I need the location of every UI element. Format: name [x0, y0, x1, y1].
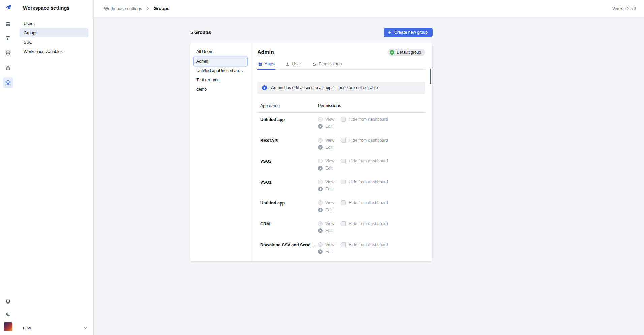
edit-radio[interactable]: Edit — [318, 187, 341, 191]
group-detail: Admin Default group — [251, 43, 432, 261]
view-radio[interactable]: View — [318, 138, 341, 143]
hide-from-dashboard-checkbox[interactable]: Hide from dashboard — [341, 180, 388, 184]
edit-label: Edit — [325, 249, 333, 254]
hide-from-dashboard-checkbox[interactable]: Hide from dashboard — [341, 117, 388, 122]
plus-icon — [388, 30, 392, 34]
view-radio[interactable]: View — [318, 180, 341, 184]
info-banner: i Admin has edit access to all apps. The… — [257, 82, 425, 94]
group-list-item[interactable]: Admin — [194, 57, 247, 66]
app-permission-row: Untitled appViewHide from dashboardEdit — [257, 113, 425, 134]
user-avatar[interactable] — [4, 322, 12, 331]
chevron-down-icon — [83, 326, 88, 330]
radio-icon — [318, 208, 323, 212]
group-list-item[interactable]: All Users — [194, 47, 247, 56]
hide-from-dashboard-checkbox[interactable]: Hide from dashboard — [341, 159, 388, 163]
notifications-bell-icon[interactable] — [3, 295, 13, 306]
datasources-icon[interactable] — [3, 48, 13, 59]
topbar: Workspace settings Groups Version 2.5.0 — [94, 0, 644, 17]
edit-label: Edit — [325, 208, 333, 212]
group-title: Admin — [257, 49, 274, 55]
info-banner-text: Admin has edit access to all apps. These… — [271, 85, 378, 90]
breadcrumb-parent[interactable]: Workspace settings — [104, 6, 142, 11]
app-permission-row: VSO2ViewHide from dashboardEdit — [257, 154, 425, 175]
checkbox-icon — [341, 200, 346, 205]
create-new-group-label: Create new group — [394, 30, 428, 35]
edit-radio[interactable]: Edit — [318, 249, 341, 254]
breadcrumb-current: Groups — [153, 6, 169, 11]
hide-label: Hide from dashboard — [349, 221, 388, 226]
marketplace-icon[interactable] — [3, 63, 13, 73]
edit-radio[interactable]: Edit — [318, 145, 341, 150]
database-icon[interactable] — [3, 33, 13, 44]
main-area: Workspace settings Groups Version 2.5.0 … — [94, 0, 644, 335]
apps-grid-icon[interactable] — [3, 18, 13, 29]
sidebar-item-sso[interactable]: SSO — [20, 38, 88, 47]
permission-controls: ViewHide from dashboardEdit — [317, 242, 425, 254]
column-permissions: Permissions — [317, 103, 341, 108]
permission-controls: ViewHide from dashboardEdit — [317, 159, 425, 171]
group-list-item[interactable]: demo — [194, 85, 247, 94]
radio-icon — [318, 242, 323, 247]
permission-controls: ViewHide from dashboardEdit — [317, 138, 425, 150]
settings-gear-icon[interactable] — [3, 77, 13, 88]
group-list-item[interactable]: Untitled appUntitled appUntitle... — [194, 66, 247, 75]
view-radio[interactable]: View — [318, 159, 341, 163]
checkbox-icon — [341, 221, 346, 226]
view-radio[interactable]: View — [318, 117, 341, 122]
workspace-switcher[interactable]: new — [20, 325, 88, 331]
checkbox-icon — [341, 242, 346, 247]
hide-from-dashboard-checkbox[interactable]: Hide from dashboard — [341, 221, 388, 226]
group-list-item[interactable]: Test rename — [194, 76, 247, 84]
hide-label: Hide from dashboard — [349, 159, 388, 163]
hide-from-dashboard-checkbox[interactable]: Hide from dashboard — [341, 138, 388, 143]
app-permission-row: RESTAPIViewHide from dashboardEdit — [257, 134, 425, 154]
tab-user[interactable]: User — [285, 60, 302, 69]
groups-toolbar: 5 Groups Create new group — [190, 28, 433, 37]
checkbox-icon — [341, 117, 346, 122]
edit-radio[interactable]: Edit — [318, 166, 341, 171]
permission-controls: ViewHide from dashboardEdit — [317, 117, 425, 129]
sidebar-item-groups[interactable]: Groups — [20, 28, 88, 37]
view-label: View — [325, 221, 334, 226]
groups-card: All UsersAdminUntitled appUntitled appUn… — [190, 43, 433, 262]
radio-icon — [318, 138, 323, 143]
view-radio[interactable]: View — [318, 200, 341, 205]
sidebar-item-users[interactable]: Users — [20, 19, 88, 28]
edit-label: Edit — [325, 166, 333, 171]
version-label: Version 2.5.0 — [612, 6, 636, 11]
tooljet-logo-icon[interactable] — [4, 4, 12, 11]
radio-icon — [318, 145, 323, 150]
dark-mode-moon-icon[interactable] — [3, 309, 13, 320]
permissions-tab-lock-icon — [312, 62, 316, 66]
permission-controls: ViewHide from dashboardEdit — [317, 180, 425, 191]
hide-from-dashboard-checkbox[interactable]: Hide from dashboard — [341, 200, 388, 205]
view-radio[interactable]: View — [318, 242, 341, 247]
view-radio[interactable]: View — [318, 221, 341, 226]
icon-rail — [0, 0, 16, 335]
sidebar: Workspace settings Users Groups SSO Work… — [0, 0, 94, 335]
hide-label: Hide from dashboard — [349, 117, 388, 122]
sidebar-item-workspace-variables[interactable]: Workspace variables — [20, 47, 88, 56]
app-name: CRM — [257, 221, 317, 233]
hide-from-dashboard-checkbox[interactable]: Hide from dashboard — [341, 242, 388, 247]
radio-icon — [318, 187, 323, 191]
edit-radio[interactable]: Edit — [318, 208, 341, 212]
tab-apps[interactable]: Apps — [257, 60, 275, 69]
create-new-group-button[interactable]: Create new group — [384, 28, 433, 37]
edit-radio[interactable]: Edit — [318, 124, 341, 129]
edit-radio[interactable]: Edit — [318, 228, 341, 233]
radio-icon — [318, 166, 323, 171]
app-table-body: Untitled appViewHide from dashboardEditR… — [257, 113, 425, 259]
settings-nav-panel: Workspace settings Users Groups SSO Work… — [16, 0, 93, 335]
radio-icon — [318, 180, 323, 184]
view-label: View — [325, 138, 334, 143]
edit-label: Edit — [325, 228, 333, 233]
app-name: RESTAPI — [257, 138, 317, 150]
scrollbar-thumb[interactable] — [430, 69, 431, 84]
tabs: Apps User — [257, 60, 425, 70]
radio-icon — [318, 200, 323, 205]
app-permission-row: Downlaod CSV and Send attac...ViewHide f… — [257, 238, 425, 259]
tab-permissions[interactable]: Permissions — [311, 60, 342, 69]
panel-spacer — [20, 57, 88, 325]
groups-count: 5 Groups — [190, 30, 211, 35]
